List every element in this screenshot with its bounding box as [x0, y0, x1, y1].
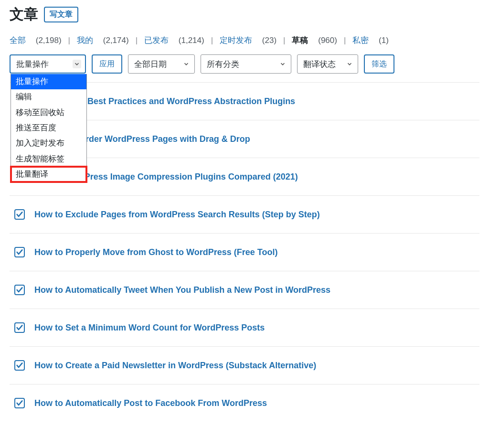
post-checkbox[interactable]	[14, 209, 25, 220]
bulk-action-option[interactable]: 生成智能标签	[11, 151, 86, 167]
category-filter-select[interactable]: 所有分类	[201, 54, 291, 74]
separator: |	[283, 36, 285, 45]
new-post-button[interactable]: 写文章	[44, 7, 78, 22]
post-checkbox[interactable]	[14, 398, 25, 408]
post-title-link[interactable]: How to Set a Minimum Word Count for Word…	[34, 323, 265, 333]
filter-button[interactable]: 筛选	[364, 54, 394, 74]
post-row: How to Create a Paid Newsletter in WordP…	[10, 346, 479, 384]
status-tab-全部[interactable]: 全部	[10, 35, 26, 46]
bulk-action-option[interactable]: 编辑	[11, 89, 86, 105]
post-checkbox[interactable]	[14, 360, 25, 371]
bulk-action-selected: 批量操作	[16, 59, 49, 70]
separator: |	[68, 36, 70, 45]
date-filter-value: 全部日期	[134, 59, 167, 70]
post-title-link[interactable]: How to Properly Move from Ghost to WordP…	[34, 247, 277, 257]
post-checkbox[interactable]	[14, 247, 25, 257]
post-checkbox[interactable]	[14, 322, 25, 333]
post-title-link[interactable]: How to Automatically Post to Facebook Fr…	[34, 398, 267, 408]
filter-bar: 批量操作 批量操作编辑移动至回收站推送至百度加入定时发布生成智能标签批量翻译 应…	[10, 54, 479, 74]
bulk-action-dropdown: 批量操作编辑移动至回收站推送至百度加入定时发布生成智能标签批量翻译	[11, 74, 87, 182]
post-row: How to Set a Minimum Word Count for Word…	[10, 309, 479, 346]
status-tab-已发布[interactable]: 已发布	[144, 35, 169, 46]
date-filter-select[interactable]: 全部日期	[128, 54, 195, 74]
post-title-link[interactable]: How to Exclude Pages from WordPress Sear…	[34, 210, 320, 220]
post-row: How to Automatically Tweet When You Publ…	[10, 271, 479, 309]
category-filter-value: 所有分类	[207, 59, 239, 70]
chevron-down-icon	[182, 60, 191, 68]
status-tab-count: (2,174)	[103, 36, 129, 45]
bulk-action-select[interactable]: 批量操作 批量操作编辑移动至回收站推送至百度加入定时发布生成智能标签批量翻译	[10, 54, 86, 74]
bulk-action-option[interactable]: 批量操作	[11, 74, 86, 89]
status-tab-定时发布[interactable]: 定时发布	[220, 35, 252, 46]
translate-status-select[interactable]: 翻译状态	[297, 54, 358, 74]
post-title-link[interactable]: How to Create a Paid Newsletter in WordP…	[34, 361, 316, 371]
bulk-action-option[interactable]: 批量翻译	[11, 167, 86, 182]
status-tab-count: (1)	[379, 36, 389, 45]
bulk-action-option[interactable]: 推送至百度	[11, 120, 86, 136]
bulk-action-option[interactable]: 加入定时发布	[11, 136, 86, 151]
post-row: How to Automatically Post to Facebook Fr…	[10, 384, 479, 422]
post-row: How to Exclude Pages from WordPress Sear…	[10, 195, 479, 233]
bulk-action-option[interactable]: 移动至回收站	[11, 105, 86, 120]
page-title: 文章	[10, 5, 38, 24]
chevron-down-icon	[73, 60, 81, 68]
separator: |	[344, 36, 346, 45]
post-title-link[interactable]: How to Automatically Tweet When You Publ…	[34, 285, 330, 295]
status-tab-count: (2,198)	[36, 36, 62, 45]
separator: |	[136, 36, 138, 45]
status-tabs: 全部 (2,198)|我的 (2,174)|已发布 (1,214)|定时发布 (…	[10, 35, 479, 46]
status-tab-count: (23)	[262, 36, 276, 45]
status-tab-草稿[interactable]: 草稿	[292, 35, 308, 46]
apply-button[interactable]: 应用	[92, 54, 122, 74]
post-checkbox[interactable]	[14, 285, 25, 295]
status-tab-count: (960)	[318, 36, 337, 45]
chevron-down-icon	[345, 60, 354, 68]
translate-status-value: 翻译状态	[303, 59, 336, 70]
post-row: How to Properly Move from Ghost to WordP…	[10, 233, 479, 271]
status-tab-count: (1,214)	[179, 36, 204, 45]
status-tab-我的[interactable]: 我的	[77, 35, 93, 46]
status-tab-私密[interactable]: 私密	[352, 35, 369, 46]
separator: |	[211, 36, 213, 45]
chevron-down-icon	[278, 60, 287, 68]
